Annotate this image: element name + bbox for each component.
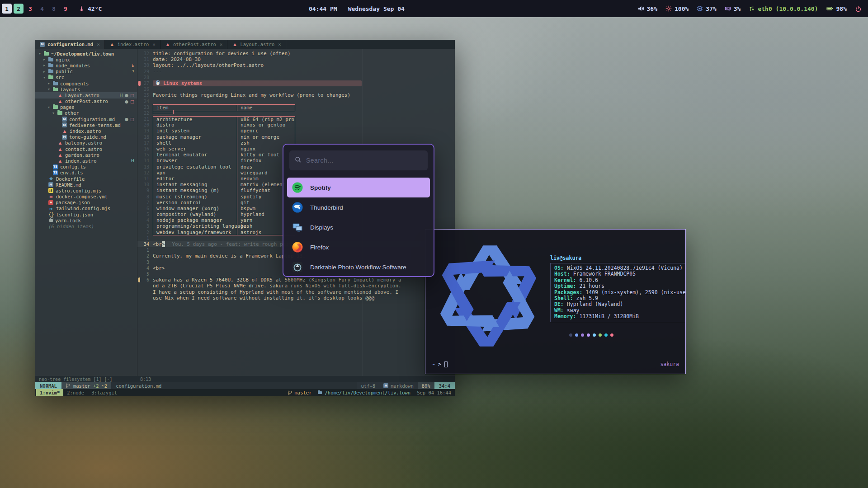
- buffer-line: 29---: [137, 69, 455, 75]
- module-brightness: 100%: [665, 5, 689, 12]
- astro-icon: ▲: [57, 159, 63, 163]
- branch-icon: [288, 390, 292, 395]
- editor-tab[interactable]: Mconfiguration.md×: [35, 40, 105, 49]
- tmux-window[interactable]: 2:node: [63, 389, 88, 396]
- tree-item[interactable]: ▾other: [35, 110, 137, 116]
- launcher-item-spotify[interactable]: Spotify: [287, 178, 430, 197]
- launcher-results: SpotifyThunderbirdDisplaysFirefoxDarktab…: [283, 175, 434, 277]
- line-number: 7: [137, 200, 153, 206]
- workspace-button[interactable]: 3: [25, 4, 35, 14]
- tree-item-label: env.d.ts: [60, 170, 83, 175]
- astro-icon: ▲: [57, 141, 63, 145]
- line-number: 21: [137, 116, 153, 122]
- tree-item[interactable]: JSastro.config.mjs: [35, 188, 137, 193]
- terminal-hostname: sakura: [660, 361, 679, 367]
- launcher-item-thunderbird[interactable]: Thunderbird: [287, 197, 430, 217]
- fetch-value: Hyprland (Wayland): [567, 301, 623, 307]
- tmux-path: /home/liv/Development/liv.town: [318, 390, 410, 395]
- network-icon: [749, 5, 755, 12]
- tree-item[interactable]: ▸components: [35, 80, 137, 86]
- statusline: NORMAL master +2 ~2 configuration.md utf…: [35, 382, 455, 389]
- tree-item[interactable]: ▲otherPost.astro●□: [35, 99, 137, 104]
- tree-item[interactable]: ▸nginx: [35, 56, 137, 62]
- tmux-window[interactable]: 1:nvim*: [36, 389, 63, 396]
- tree-item-label: tone-guide.md: [69, 134, 106, 140]
- tree-item[interactable]: ▸public?: [35, 69, 137, 75]
- markdown-icon: M: [62, 122, 67, 127]
- tree-item[interactable]: npackage.json: [35, 200, 137, 206]
- tree-item[interactable]: ▾~/Development/liv.town: [35, 51, 137, 56]
- astro-icon: ▲: [57, 93, 63, 98]
- fetch-key: WM:: [554, 308, 564, 314]
- tree-item[interactable]: (6 hidden items): [35, 223, 137, 229]
- tree-item[interactable]: ▲garden.astro: [35, 152, 137, 158]
- tree-item[interactable]: ▾src: [35, 75, 137, 80]
- shell-prompt[interactable]: ~ >: [432, 361, 448, 367]
- tree-item[interactable]: ▾pages: [35, 104, 137, 110]
- editor-tab[interactable]: ▲index.astro×: [105, 40, 160, 49]
- tmux-window[interactable]: 3:lazygit: [88, 389, 121, 396]
- launcher-item-firefox[interactable]: Firefox: [287, 237, 430, 257]
- module-battery: 98%: [826, 5, 847, 12]
- tree-item[interactable]: Mtone-guide.md: [35, 134, 137, 140]
- tree-item[interactable]: {}tsconfig.json: [35, 211, 137, 217]
- workspace-button[interactable]: 2: [14, 4, 24, 14]
- tree-item[interactable]: ▲balcony.astro: [35, 140, 137, 146]
- tab-close-icon[interactable]: ×: [220, 42, 223, 47]
- table-row: init systemopenrc: [153, 128, 295, 134]
- tree-item[interactable]: MREADME.md: [35, 182, 137, 188]
- line-number: 2: [137, 253, 153, 259]
- search-bar[interactable]: [289, 150, 428, 170]
- tree-item[interactable]: ❖Dockerfile: [35, 176, 137, 182]
- line-number: 22: [137, 110, 153, 116]
- launcher-item-darktable[interactable]: Darktable Photo Workflow Software: [287, 257, 430, 277]
- tree-item[interactable]: Mconfiguration.md●□: [35, 116, 137, 122]
- expander-icon: ▾: [42, 75, 46, 80]
- expander-icon: ▸: [42, 63, 46, 67]
- typescript-icon: TS: [53, 170, 58, 175]
- tree-item-label: layouts: [60, 87, 80, 92]
- tree-item[interactable]: ▲contact.astro: [35, 146, 137, 152]
- tree-item-label: tailwind.config.mjs: [56, 206, 110, 211]
- line-number: 19: [137, 128, 153, 134]
- tree-item-label: other: [65, 110, 79, 116]
- power-icon[interactable]: [855, 5, 862, 12]
- editor-tab[interactable]: ▲Layout.astro×: [227, 40, 286, 49]
- tab-close-icon[interactable]: ×: [278, 42, 281, 47]
- tree-item[interactable]: ▲index.astroH: [35, 158, 137, 164]
- diagnostic-sign: [138, 277, 140, 282]
- line-number: 5: [137, 271, 153, 277]
- table-row: browserfirefox: [153, 158, 295, 164]
- tree-item[interactable]: TSenv.d.ts: [35, 170, 137, 176]
- tree-item[interactable]: ≈tailwind.config.mjs: [35, 206, 137, 211]
- workspace-button[interactable]: 9: [61, 4, 71, 14]
- tree-item-label: ~/Development/liv.town: [51, 51, 114, 56]
- code-tag: <br: [153, 241, 162, 247]
- tree-item[interactable]: ≡docker-compose.yml: [35, 194, 137, 200]
- tree-item[interactable]: ▲Layout.astroH●□: [35, 92, 137, 98]
- line-number: 10: [137, 182, 153, 188]
- tab-close-icon[interactable]: ×: [97, 42, 100, 47]
- workspace-button[interactable]: 4: [37, 4, 47, 14]
- table-cell-item: web server: [153, 146, 237, 152]
- table-cell-name: x86_64 (rip m2 pro): [237, 117, 295, 122]
- workspace-button[interactable]: 8: [49, 4, 59, 14]
- tree-item[interactable]: yarn.lock: [35, 217, 137, 223]
- folder-open-icon: [48, 75, 53, 79]
- tree-item[interactable]: Mfediverse-terms.md: [35, 122, 137, 128]
- line-number: 24: [137, 99, 153, 104]
- workspace-button[interactable]: 1: [2, 4, 12, 14]
- folder-open-icon: [53, 88, 58, 91]
- tree-item-label: nginx: [56, 57, 70, 62]
- fetch-key: Packages:: [554, 290, 582, 296]
- buffer-line: 26: [137, 86, 455, 92]
- editor-tab[interactable]: ▲otherPost.astro×: [160, 40, 227, 49]
- tree-item[interactable]: ▾layouts: [35, 86, 137, 92]
- tree-item[interactable]: ▲index.astro: [35, 128, 137, 134]
- tmux-git-segment: master: [288, 390, 312, 395]
- tree-item[interactable]: TSconfig.ts: [35, 164, 137, 170]
- tab-close-icon[interactable]: ×: [152, 42, 156, 47]
- tree-item[interactable]: ▸node_modulesE: [35, 62, 137, 68]
- search-input[interactable]: [306, 157, 422, 164]
- launcher-item-displays[interactable]: Displays: [287, 217, 430, 237]
